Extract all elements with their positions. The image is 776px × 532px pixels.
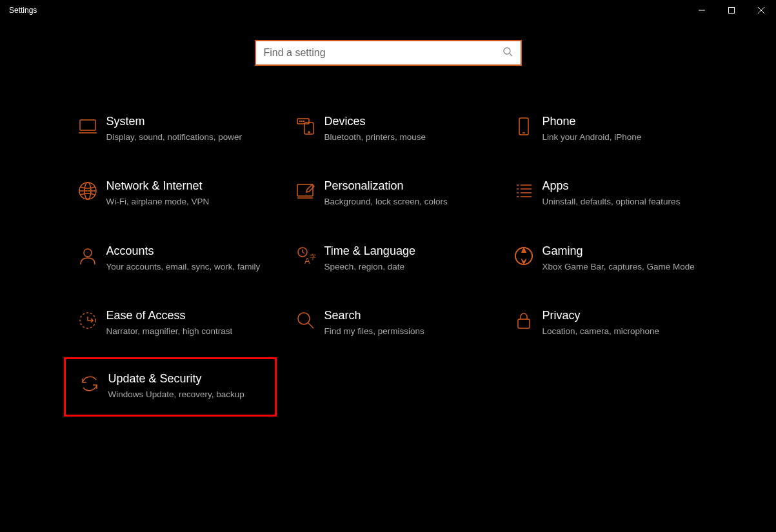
- svg-rect-1: [729, 8, 735, 14]
- system-icon: [69, 115, 106, 137]
- category-title: Update & Security: [108, 372, 263, 386]
- category-apps[interactable]: Apps Uninstall, defaults, optional featu…: [500, 175, 713, 212]
- svg-line-5: [510, 54, 512, 56]
- time-language-icon: [287, 244, 324, 266]
- category-gaming[interactable]: Gaming Xbox Game Bar, captures, Game Mod…: [500, 241, 713, 277]
- category-desc: Background, lock screen, colors: [324, 196, 483, 208]
- phone-icon: [505, 115, 542, 137]
- window-title: Settings: [9, 6, 687, 15]
- devices-icon: [287, 115, 324, 137]
- network-icon: [69, 179, 106, 201]
- category-title: Phone: [542, 115, 701, 129]
- search-category-icon: [287, 309, 324, 331]
- category-desc: Location, camera, microphone: [542, 326, 701, 338]
- category-desc: Windows Update, recovery, backup: [108, 389, 263, 401]
- privacy-icon: [505, 309, 542, 331]
- category-system[interactable]: System Display, sound, notifications, po…: [64, 111, 277, 147]
- titlebar: Settings: [0, 0, 776, 21]
- category-desc: Find my files, permissions: [324, 326, 483, 338]
- search-box[interactable]: [255, 40, 522, 66]
- search-container: [0, 40, 776, 66]
- category-desc: Speech, region, date: [324, 261, 483, 273]
- category-title: Search: [324, 309, 483, 323]
- close-icon: [758, 7, 764, 14]
- category-title: Ease of Access: [106, 309, 265, 323]
- search-icon: [502, 46, 513, 59]
- accounts-icon: [69, 244, 106, 266]
- category-accounts[interactable]: Accounts Your accounts, email, sync, wor…: [64, 241, 277, 277]
- category-title: Gaming: [542, 244, 701, 259]
- personalization-icon: [287, 179, 324, 201]
- category-desc: Link your Android, iPhone: [542, 132, 701, 144]
- update-security-icon: [71, 372, 108, 394]
- category-title: Network & Internet: [106, 179, 265, 193]
- category-title: System: [106, 115, 265, 129]
- category-personalization[interactable]: Personalization Background, lock screen,…: [282, 175, 495, 212]
- settings-grid: System Display, sound, notifications, po…: [64, 111, 713, 417]
- ease-of-access-icon: [69, 309, 106, 331]
- window-controls: [687, 0, 776, 21]
- category-title: Apps: [542, 179, 701, 193]
- minimize-button[interactable]: [687, 0, 717, 21]
- category-desc: Uninstall, defaults, optional features: [542, 196, 701, 208]
- category-title: Privacy: [542, 309, 701, 323]
- category-desc: Your accounts, email, sync, work, family: [106, 261, 265, 273]
- category-title: Time & Language: [324, 244, 483, 259]
- category-title: Accounts: [106, 244, 265, 259]
- category-desc: Narrator, magnifier, high contrast: [106, 326, 265, 338]
- category-desc: Xbox Game Bar, captures, Game Mode: [542, 261, 701, 273]
- minimize-icon: [699, 7, 705, 14]
- category-ease-of-access[interactable]: Ease of Access Narrator, magnifier, high…: [64, 305, 277, 341]
- maximize-button[interactable]: [717, 0, 746, 21]
- category-update-security[interactable]: Update & Security Windows Update, recove…: [64, 357, 277, 417]
- category-devices[interactable]: Devices Bluetooth, printers, mouse: [282, 111, 495, 147]
- category-privacy[interactable]: Privacy Location, camera, microphone: [500, 305, 713, 341]
- category-desc: Bluetooth, printers, mouse: [324, 132, 483, 144]
- category-title: Devices: [324, 115, 483, 129]
- category-time-language[interactable]: Time & Language Speech, region, date: [282, 241, 495, 277]
- svg-point-4: [504, 48, 510, 54]
- close-button[interactable]: [746, 0, 776, 21]
- category-phone[interactable]: Phone Link your Android, iPhone: [500, 111, 713, 147]
- search-input[interactable]: [264, 47, 502, 59]
- category-desc: Display, sound, notifications, power: [106, 132, 265, 144]
- category-network[interactable]: Network & Internet Wi-Fi, airplane mode,…: [64, 175, 277, 212]
- category-search[interactable]: Search Find my files, permissions: [282, 305, 495, 341]
- category-desc: Wi-Fi, airplane mode, VPN: [106, 196, 265, 208]
- category-title: Personalization: [324, 179, 483, 193]
- maximize-icon: [728, 7, 735, 14]
- apps-icon: [505, 179, 542, 201]
- gaming-icon: [505, 244, 542, 266]
